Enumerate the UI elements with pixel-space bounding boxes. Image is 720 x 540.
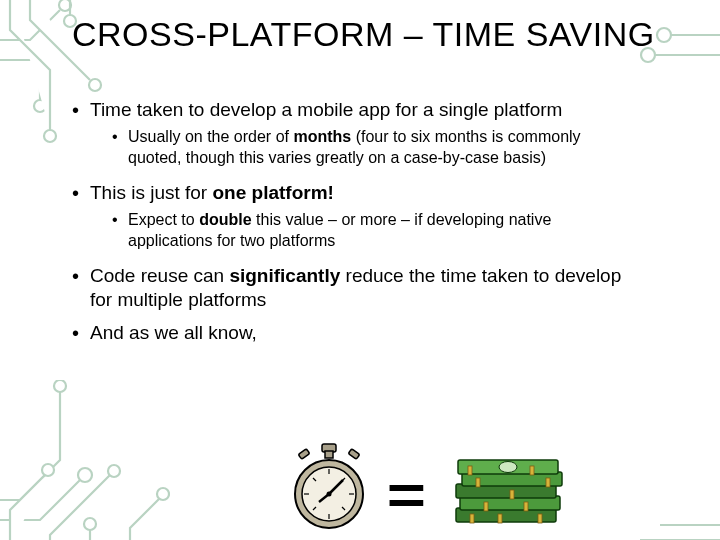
- bullet-1-text: Time taken to develop a mobile app for a…: [90, 99, 562, 120]
- svg-point-0: [59, 0, 71, 11]
- svg-point-6: [657, 28, 671, 42]
- svg-rect-18: [325, 451, 333, 458]
- bullet-2: This is just for one platform! Expect to…: [72, 181, 632, 252]
- svg-point-12: [108, 465, 120, 477]
- svg-rect-41: [484, 502, 488, 511]
- svg-point-1: [34, 100, 46, 112]
- svg-rect-49: [546, 478, 550, 487]
- slide: CROSS-PLATFORM – TIME SAVING Time taken …: [0, 0, 720, 540]
- svg-point-9: [54, 380, 66, 392]
- svg-point-33: [327, 492, 332, 497]
- circuit-deco-bottom-left: [0, 380, 170, 540]
- bullet-3: Code reuse can significantly reduce the …: [72, 264, 632, 312]
- svg-rect-19: [298, 449, 310, 460]
- slide-content: Time taken to develop a mobile app for a…: [72, 98, 632, 355]
- svg-rect-47: [530, 466, 534, 475]
- svg-rect-20: [348, 449, 360, 460]
- svg-rect-44: [524, 502, 528, 511]
- bullet-2-sub: Expect to double this value – or more – …: [112, 209, 632, 252]
- bullet-4: And as we all know,: [72, 321, 632, 345]
- svg-rect-48: [468, 466, 472, 475]
- svg-rect-40: [470, 514, 474, 523]
- svg-point-39: [499, 462, 517, 473]
- svg-point-3: [89, 79, 101, 91]
- svg-point-13: [84, 518, 96, 530]
- equals-icon: =: [387, 462, 426, 527]
- svg-rect-42: [498, 514, 502, 523]
- slide-title: CROSS-PLATFORM – TIME SAVING: [72, 16, 655, 53]
- svg-rect-45: [538, 514, 542, 523]
- svg-point-10: [78, 468, 92, 482]
- svg-rect-43: [510, 490, 514, 499]
- svg-point-2: [44, 130, 56, 142]
- svg-point-11: [42, 464, 54, 476]
- svg-rect-46: [476, 478, 480, 487]
- bullet-1-sub: Usually on the order of months (four to …: [112, 126, 632, 169]
- bullet-1: Time taken to develop a mobile app for a…: [72, 98, 632, 169]
- money-stack-icon: [450, 452, 570, 530]
- svg-point-14: [157, 488, 169, 500]
- stopwatch-icon: [285, 442, 373, 532]
